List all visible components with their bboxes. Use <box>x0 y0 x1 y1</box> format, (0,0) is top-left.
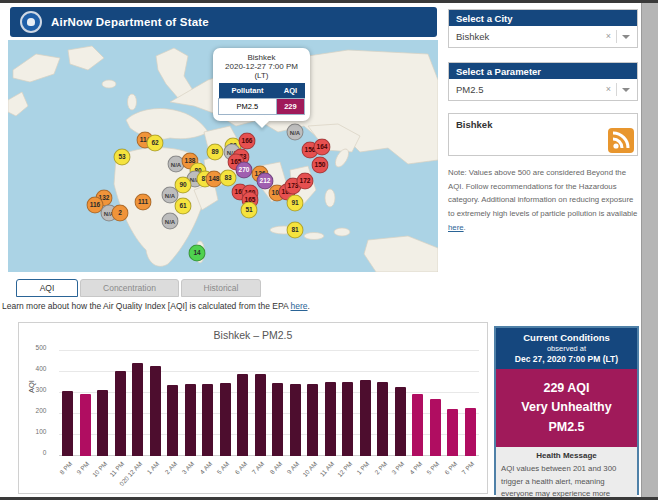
epa-info-text: Learn more about how the Air Quality Ind… <box>2 301 291 311</box>
aqi-marker-83[interactable]: 83 <box>220 170 237 187</box>
aqi-marker-89[interactable]: 89 <box>207 144 224 161</box>
bar-7-am[interactable] <box>255 374 266 456</box>
state-department-seal-icon <box>20 11 42 33</box>
bar-2-pm[interactable] <box>377 382 388 456</box>
window-top-edge <box>0 0 658 3</box>
health-message-text: AQI values between 201 and 300 trigger a… <box>501 463 632 500</box>
beyond-aqi-note: Note: Values above 500 are considered Be… <box>448 166 638 234</box>
tab-historical[interactable]: Historical <box>181 279 261 297</box>
parameter-select[interactable]: PM2.5 × <box>449 79 637 100</box>
aqi-marker-na[interactable]: N/A <box>162 213 179 230</box>
parameter-chevron-down-icon[interactable] <box>622 88 630 92</box>
note-text: Note: Values above 500 are considered Be… <box>448 168 637 218</box>
aqi-marker-61[interactable]: 61 <box>175 198 192 215</box>
gridline-500 <box>59 350 479 351</box>
bar-1-am[interactable] <box>150 366 161 456</box>
city-select-separator <box>616 30 617 43</box>
current-aqi-block: 229 AQI Very Unhealthy PM2.5 <box>496 369 637 447</box>
rss-icon[interactable] <box>608 128 634 153</box>
parameter-select-separator <box>616 83 617 96</box>
bar-4-pm[interactable] <box>412 394 423 456</box>
airnow-page: AirNow Department of State <box>0 0 658 500</box>
parameter-clear-icon[interactable]: × <box>606 84 611 94</box>
chart-title: Bishkek – PM2.5 <box>19 329 487 341</box>
aqi-marker-62[interactable]: 62 <box>147 135 164 152</box>
bar-7-pm[interactable] <box>465 408 476 456</box>
note-here-link[interactable]: here <box>448 223 464 232</box>
y-tick-500: 500 <box>36 344 47 351</box>
bar-11-pm[interactable] <box>115 371 126 456</box>
aqi-world-map[interactable]: 1146253132116N/A2111N/A1388980N/A8714890… <box>8 40 438 272</box>
select-city-header: Select a City <box>449 10 637 26</box>
city-clear-icon[interactable]: × <box>606 31 611 41</box>
bar-1-pm[interactable] <box>360 380 371 456</box>
bar-6-am[interactable] <box>237 374 248 456</box>
bar-11-am[interactable] <box>325 382 336 456</box>
current-conditions-title: Current Conditions <box>498 332 635 343</box>
aqi-marker-164[interactable]: 164 <box>314 139 331 156</box>
y-tick-400: 400 <box>36 365 47 372</box>
city-chevron-down-icon[interactable] <box>622 35 630 39</box>
aqi-marker-111[interactable]: 111 <box>135 194 152 211</box>
bar-020-12-am[interactable] <box>132 363 143 456</box>
health-message-block: Health Message AQI values between 201 an… <box>496 447 637 500</box>
current-conditions-panel: Current Conditions observed at Dec 27, 2… <box>494 326 639 495</box>
epa-info-line: Learn more about how the Air Quality Ind… <box>2 301 310 311</box>
aqi-marker-166[interactable]: 166 <box>239 133 256 150</box>
select-parameter-header: Select a Parameter <box>449 63 637 79</box>
bar-6-pm[interactable] <box>447 409 458 456</box>
parameter-select-value: PM2.5 <box>456 84 483 95</box>
popup-city: Bishkek <box>218 53 305 62</box>
app-header: AirNow Department of State <box>10 7 437 37</box>
aqi-marker-91[interactable]: 91 <box>287 195 304 212</box>
y-tick-0: 0 <box>43 449 47 456</box>
bar-9-am[interactable] <box>290 384 301 456</box>
aqi-marker-na[interactable]: N/A <box>287 124 304 141</box>
popup-col-pollutant: Pollutant <box>219 83 277 99</box>
aqi-marker-14[interactable]: 14 <box>189 245 206 262</box>
observed-at-label: observed at <box>498 344 635 353</box>
chart-plot-area: 0100200300400500 <box>59 351 479 456</box>
current-aqi-category: Very Unhealthy <box>498 398 635 417</box>
popup-aqi-value: 229 <box>276 99 304 115</box>
bar-3-am[interactable] <box>185 384 196 456</box>
aqi-marker-53[interactable]: 53 <box>114 149 131 166</box>
bar-5-pm[interactable] <box>430 399 441 456</box>
aqi-marker-172[interactable]: 172 <box>297 173 314 190</box>
aqi-marker-2[interactable]: 2 <box>112 205 129 222</box>
tab-aqi[interactable]: AQI <box>16 279 78 297</box>
aqi-bar-chart: Bishkek – PM2.5 AQI 0100200300400500 8 P… <box>18 322 488 494</box>
bar-4-am[interactable] <box>202 384 213 456</box>
popup-pollutant-value: PM2.5 <box>219 99 277 115</box>
y-tick-300: 300 <box>36 386 47 393</box>
aqi-marker-81[interactable]: 81 <box>287 222 304 239</box>
epa-info-suffix: . <box>308 301 310 311</box>
select-city-panel: Select a City Bishkek × <box>448 9 638 48</box>
bar-2-am[interactable] <box>167 385 178 456</box>
aqi-marker-150[interactable]: 150 <box>312 157 329 174</box>
chart-x-axis-labels: 8 PM9 PM10 PM11 PM020 12 AM1 AM2 AM3 AM4… <box>59 458 479 494</box>
bar-12-pm[interactable] <box>342 382 353 456</box>
observed-datetime: Dec 27, 2020 7:00 PM (LT) <box>498 354 635 364</box>
bar-9-pm[interactable] <box>80 394 91 456</box>
bar-10-am[interactable] <box>307 384 318 456</box>
current-aqi-pollutant: PM2.5 <box>498 418 635 437</box>
bar-3-pm[interactable] <box>395 387 406 456</box>
scrollbar[interactable] <box>641 3 658 497</box>
epa-here-link[interactable]: here <box>291 301 308 311</box>
current-aqi-value: 229 AQI <box>498 379 635 398</box>
popup-table: Pollutant AQI PM2.5 229 <box>218 83 305 115</box>
city-select[interactable]: Bishkek × <box>449 26 637 47</box>
popup-datetime: 2020-12-27 7:00 PM <box>218 62 305 71</box>
aqi-marker-51[interactable]: 51 <box>241 202 258 219</box>
map-popup: Bishkek 2020-12-27 7:00 PM (LT) Pollutan… <box>213 48 310 121</box>
aqi-marker-270[interactable]: 270 <box>236 162 253 179</box>
view-tabs: AQI Concentration Historical <box>16 279 261 297</box>
select-parameter-panel: Select a Parameter PM2.5 × <box>448 62 638 101</box>
rss-city-label: Bishkek <box>456 119 492 130</box>
tab-concentration[interactable]: Concentration <box>80 279 179 297</box>
bar-10-pm[interactable] <box>97 390 108 456</box>
bar-5-am[interactable] <box>220 383 231 456</box>
bar-8-am[interactable] <box>272 383 283 457</box>
bar-8-pm[interactable] <box>62 391 73 456</box>
